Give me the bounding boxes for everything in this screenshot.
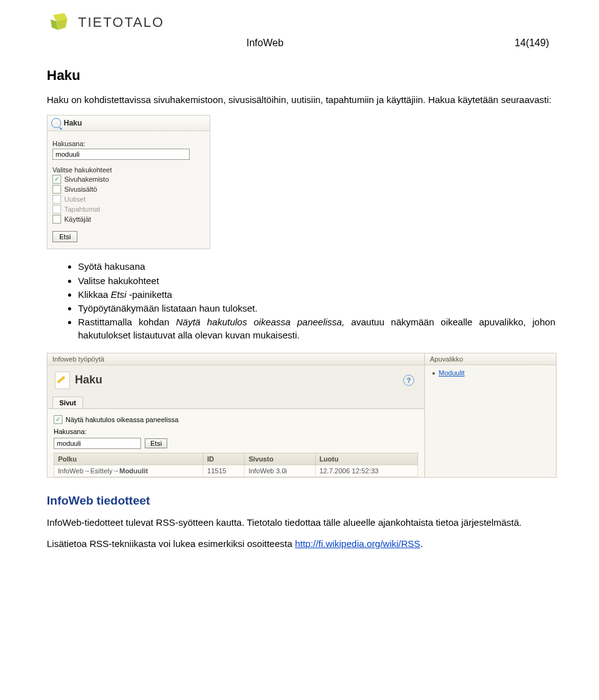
brand-logo: TIETOTALO: [47, 11, 555, 34]
edit-page-icon: [55, 372, 70, 389]
hakusana-label: Hakusana:: [54, 428, 87, 435]
logo-text: TIETOTALO: [78, 14, 164, 31]
rss-link[interactable]: http://fi.wikipedia.org/wiki/RSS: [295, 538, 421, 549]
bullet-icon: [432, 372, 435, 375]
valitse-label: Valitse hakukohteet: [52, 166, 205, 174]
checkbox-label: Uutiset: [64, 195, 85, 203]
hakusana-input[interactable]: [52, 149, 190, 160]
checkbox-label: Näytä hakutulos oikeassa paneelissa: [66, 416, 178, 423]
tiedotteet-paragraph: InfoWeb-tiedotteet tulevat RSS-syötteen …: [47, 516, 555, 529]
etsi-button[interactable]: Etsi: [52, 231, 77, 242]
page-number: 14(149): [515, 37, 549, 49]
hakusana-input-2[interactable]: [54, 438, 141, 449]
intro-paragraph: Haku on kohdistettavissa sivuhakemistoon…: [47, 94, 555, 106]
col-id[interactable]: ID: [203, 453, 245, 465]
checkbox-sivusisalto[interactable]: [52, 185, 61, 194]
doc-header: InfoWeb 14(149): [47, 37, 555, 49]
search-icon: [51, 118, 61, 128]
tyopoyta-screenshot: Infoweb työpöytä Haku ? Sivut ✓ Näytä ha…: [47, 353, 557, 478]
results-table: Polku ID Sivusto Luotu InfoWeb→Esittely→…: [54, 453, 418, 477]
rss-paragraph: Lisätietoa RSS-tekniikasta voi lukea esi…: [47, 538, 555, 550]
checkbox-nayta-oikea[interactable]: ✓: [54, 415, 62, 424]
col-sivusto[interactable]: Sivusto: [245, 453, 315, 465]
list-item: Syötä hakusana: [78, 260, 555, 273]
checkbox-kayttajat[interactable]: [52, 215, 61, 224]
checkbox-label: Käyttäjät: [64, 215, 91, 223]
col-polku[interactable]: Polku: [54, 453, 203, 465]
logo-cube-icon: [47, 11, 72, 34]
haku-panel-title: Haku: [64, 119, 82, 127]
list-item: Työpöytänäkymään listataan haun tulokset…: [78, 302, 555, 315]
heading-tiedotteet: InfoWeb tiedotteet: [47, 494, 555, 508]
list-item: Klikkaa Etsi -painiketta: [78, 288, 555, 301]
hakusana-label: Hakusana:: [52, 140, 205, 147]
etsi-button-2[interactable]: Etsi: [145, 438, 167, 448]
list-item: Valitse hakukohteet: [78, 275, 555, 287]
side-titlebar: Apuvalikko: [425, 353, 556, 365]
checkbox-label: Sivusisältö: [64, 185, 97, 193]
heading-haku: Haku: [47, 67, 555, 84]
help-icon[interactable]: ?: [403, 375, 414, 386]
list-item: Rastittamalla kohdan Näytä hakutulos oik…: [78, 316, 555, 342]
checkbox-label: Tapahtumat: [64, 205, 100, 213]
tab-sivut[interactable]: Sivut: [52, 397, 83, 408]
table-row[interactable]: InfoWeb→Esittely→Moduulit 11515 InfoWeb …: [54, 465, 418, 476]
checkbox-tapahtumat[interactable]: [52, 205, 61, 214]
haku-panel-screenshot: Haku Hakusana: Valitse hakukohteet ✓ Siv…: [47, 115, 210, 249]
side-link-moduulit[interactable]: Moduulit: [439, 369, 465, 377]
checkbox-label: Sivuhakemisto: [64, 175, 109, 183]
checkbox-uutiset[interactable]: [52, 195, 61, 204]
doc-title: InfoWeb: [246, 37, 283, 49]
col-luotu[interactable]: Luotu: [315, 453, 417, 465]
instruction-list: Syötä hakusana Valitse hakukohteet Klikk…: [47, 260, 555, 342]
checkbox-sivuhakemisto[interactable]: ✓: [52, 175, 61, 184]
haku-title: Haku: [75, 373, 102, 387]
main-titlebar: Infoweb työpöytä: [47, 353, 424, 365]
